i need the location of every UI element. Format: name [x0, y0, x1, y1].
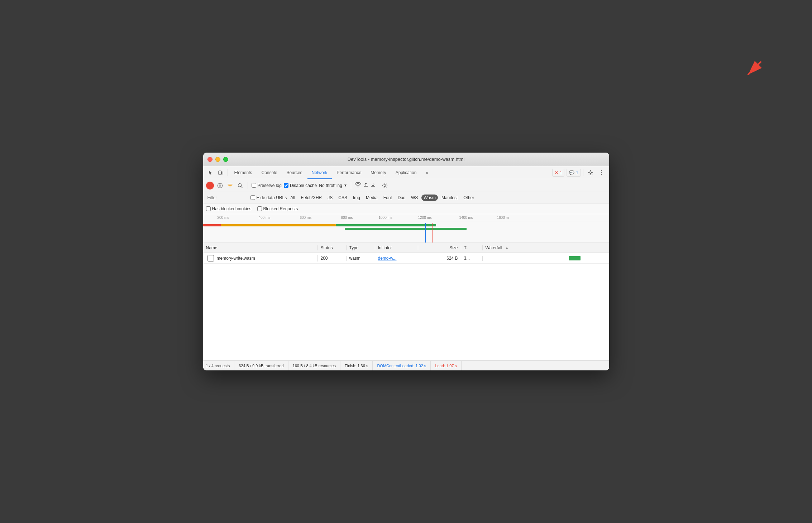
resources-size: 160 B / 8.4 kB resources [288, 361, 340, 370]
filter-tag-css[interactable]: CSS [336, 195, 349, 201]
disable-cache-checkbox[interactable]: Disable cache [284, 183, 317, 188]
error-badge[interactable]: ✕ 1 [552, 169, 564, 177]
timeline-bar-1 [203, 224, 336, 226]
filter-tag-other[interactable]: Other [461, 195, 476, 201]
disable-cache-input[interactable] [284, 183, 288, 188]
table-row[interactable]: memory-write.wasm 200 wasm demo-w... 624… [203, 253, 609, 264]
domcontent-vline [425, 223, 426, 243]
svg-rect-1 [221, 172, 223, 174]
col-header-size[interactable]: Size [418, 245, 461, 250]
filter-tag-ws[interactable]: WS [409, 195, 420, 201]
row-type-cell: wasm [347, 256, 375, 261]
tab-more[interactable]: » [421, 166, 433, 179]
timeline-label-1200ms: 1200 ms [418, 216, 432, 220]
maximize-button[interactable] [223, 157, 228, 162]
timeline-area: 200 ms 400 ms 600 ms 800 ms 1000 ms 1200… [203, 214, 609, 243]
info-badge[interactable]: 💬 1 [567, 169, 581, 177]
throttle-select[interactable]: No throttling ▼ [319, 183, 347, 188]
record-button[interactable] [206, 182, 214, 189]
filter-tag-wasm[interactable]: Wasm [421, 195, 438, 201]
filter-tag-manifest[interactable]: Manifest [439, 195, 460, 201]
search-icon[interactable] [236, 182, 244, 189]
download-icon[interactable] [371, 182, 376, 188]
col-header-waterfall[interactable]: Waterfall ▲ [483, 245, 609, 250]
window-title: DevTools - memory-inspector.glitch.me/de… [348, 157, 465, 162]
tab-sources[interactable]: Sources [282, 166, 307, 179]
transferred-size: 624 B / 9.9 kB transferred [234, 361, 288, 370]
network-settings-icon[interactable] [380, 181, 390, 191]
row-size-cell: 624 B [418, 256, 461, 261]
filter-tag-media[interactable]: Media [364, 195, 380, 201]
more-options-icon[interactable]: ⋮ [596, 168, 606, 178]
row-status-cell: 200 [318, 256, 347, 261]
waterfall-bar [569, 256, 581, 260]
timeline-label-400ms: 400 ms [259, 216, 271, 220]
has-blocked-cookies-input[interactable] [206, 206, 211, 211]
error-count: 1 [560, 171, 562, 175]
filter-tag-doc[interactable]: Doc [396, 195, 407, 201]
device-icon[interactable] [216, 168, 225, 177]
row-time-cell: 3... [461, 256, 483, 261]
filter-tag-all[interactable]: All [288, 195, 297, 201]
traffic-lights [207, 157, 228, 162]
tab-memory[interactable]: Memory [366, 166, 390, 179]
tab-performance[interactable]: Performance [333, 166, 366, 179]
col-header-type[interactable]: Type [347, 245, 375, 250]
info-icon: 💬 [569, 170, 574, 175]
filter-input[interactable] [206, 195, 249, 201]
filter-tag-font[interactable]: Font [381, 195, 394, 201]
upload-icon[interactable] [363, 182, 368, 188]
devtools-tabs: Elements Console Sources Network Perform… [203, 166, 609, 179]
checkboxes-bar: Has blocked cookies Blocked Requests [203, 203, 609, 214]
timeline-labels: 200 ms 400 ms 600 ms 800 ms 1000 ms 1200… [203, 214, 609, 221]
filter-tag-fetchxhr[interactable]: Fetch/XHR [299, 195, 324, 201]
table-header: Name Status Type Initiator Size T... Wat… [203, 243, 609, 253]
tab-elements[interactable]: Elements [230, 166, 257, 179]
timeline-label-800ms: 800 ms [341, 216, 353, 220]
tab-application[interactable]: Application [391, 166, 421, 179]
hide-data-urls-input[interactable] [250, 195, 255, 200]
wifi-icon [355, 182, 361, 188]
svg-rect-0 [219, 171, 221, 174]
timeline-label-600ms: 600 ms [300, 216, 312, 220]
load-time: Load: 1.07 s [431, 361, 462, 370]
requests-count: 1 / 4 requests [206, 361, 235, 370]
col-header-status[interactable]: Status [318, 245, 347, 250]
timeline-bar-1r [203, 224, 221, 226]
has-blocked-cookies-checkbox[interactable]: Has blocked cookies [206, 206, 252, 211]
cursor-icon[interactable] [206, 168, 215, 177]
tab-console[interactable]: Console [257, 166, 282, 179]
hide-data-urls-checkbox[interactable]: Hide data URLs [250, 195, 287, 200]
status-bar: 1 / 4 requests 624 B / 9.9 kB transferre… [203, 360, 609, 370]
timeline-label-200ms: 200 ms [218, 216, 229, 220]
col-header-initiator[interactable]: Initiator [375, 245, 418, 250]
row-initiator-cell: demo-w... [375, 256, 418, 261]
timeline-label-1600ms: 1600 m [497, 216, 509, 220]
network-toolbar: Preserve log Disable cache No throttling… [203, 179, 609, 192]
timeline-label-1400ms: 1400 ms [459, 216, 473, 220]
timeline-label-1000ms: 1000 ms [379, 216, 392, 220]
domcontent-time: DOMContentLoaded: 1.02 s [373, 361, 431, 370]
filter-icon[interactable] [226, 182, 234, 189]
blocked-requests-input[interactable] [257, 206, 262, 211]
close-button[interactable] [207, 157, 212, 162]
filter-bar: Hide data URLs All Fetch/XHR JS CSS Img … [203, 192, 609, 203]
filter-tag-js[interactable]: JS [325, 195, 335, 201]
table-body: memory-write.wasm 200 wasm demo-w... 624… [203, 253, 609, 360]
settings-icon[interactable] [586, 168, 596, 178]
load-vline [433, 223, 433, 243]
preserve-log-checkbox[interactable]: Preserve log [252, 183, 282, 188]
preserve-log-input[interactable] [252, 183, 256, 188]
col-header-time[interactable]: T... [461, 245, 483, 250]
info-count: 1 [576, 171, 578, 175]
clear-button[interactable] [216, 182, 224, 189]
tab-network[interactable]: Network [307, 166, 332, 179]
row-name-cell: memory-write.wasm [203, 255, 318, 262]
finish-time: Finish: 1.36 s [340, 361, 373, 370]
blocked-requests-checkbox[interactable]: Blocked Requests [257, 206, 298, 211]
col-header-name[interactable]: Name [203, 245, 318, 250]
filter-tag-img[interactable]: Img [351, 195, 362, 201]
row-checkbox[interactable] [207, 255, 214, 262]
timeline-bar-2g [345, 228, 467, 230]
minimize-button[interactable] [215, 157, 220, 162]
